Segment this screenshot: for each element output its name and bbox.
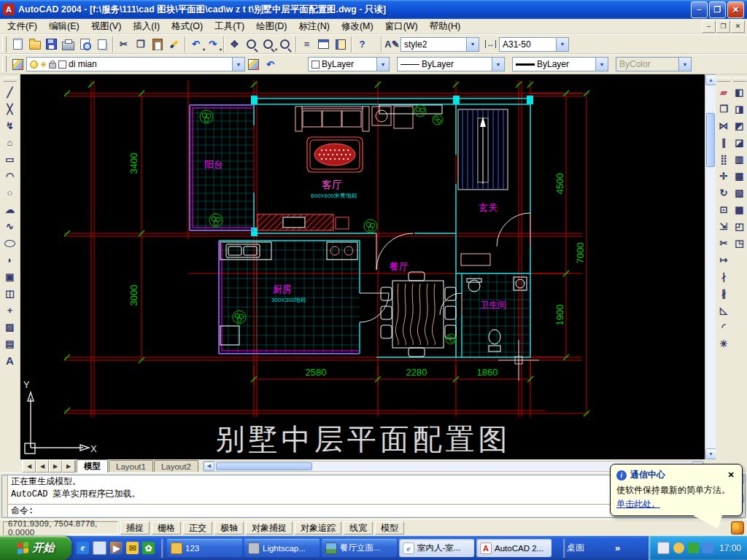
point-icon[interactable]: + <box>1 302 18 319</box>
hatch-icon[interactable]: ▨ <box>1 319 18 335</box>
taskbar-task-canting-limian[interactable]: 餐厅立面... <box>322 539 397 557</box>
tab-model[interactable]: 模型 <box>77 459 108 472</box>
menu-item-modify[interactable]: 修改(M) <box>336 19 379 34</box>
scroll-down-icon[interactable]: ▼ <box>705 448 716 459</box>
copy-object-icon[interactable]: ❐ <box>716 101 732 117</box>
taskbar-task-lightscape[interactable]: Lightscap... <box>244 539 320 557</box>
otrack-toggle[interactable]: 对象追踪 <box>295 521 341 534</box>
input-method-icon[interactable] <box>657 542 670 554</box>
fillet-icon[interactable]: ◜ <box>716 319 732 335</box>
redo-icon[interactable]: ↷▾ <box>204 36 221 52</box>
toolbar-grip[interactable] <box>4 77 17 82</box>
break-at-point-icon[interactable]: ∤ <box>716 268 732 285</box>
mdi-restore-button[interactable]: ❐ <box>716 20 730 33</box>
antivirus-icon[interactable] <box>688 542 699 553</box>
open-icon[interactable] <box>26 36 43 52</box>
layer-unlock-icon[interactable] <box>49 63 56 69</box>
tab-layout1[interactable]: Layout1 <box>109 460 153 472</box>
tab-next-button[interactable]: ▶ <box>49 460 62 472</box>
layer-previous-icon[interactable]: ↶ <box>262 56 279 73</box>
drawing-canvas[interactable]: 阳台 客厅 玄关 厨房 餐厅 卫生间 600X600米黄地砖 300X300地砖… <box>20 74 705 459</box>
pan-icon[interactable]: ✥ <box>226 36 243 52</box>
properties-icon[interactable]: ≡ <box>298 36 315 52</box>
lineweight-combo[interactable]: ByLayer ▼ <box>512 57 608 71</box>
menu-item-insert[interactable]: 插入(I) <box>127 19 166 34</box>
menu-item-window[interactable]: 窗口(W) <box>379 19 424 34</box>
menu-item-help[interactable]: 帮助(H) <box>424 19 466 34</box>
horizontal-scroll-thumb[interactable] <box>216 462 312 470</box>
lineweight-toggle[interactable]: 线宽 <box>344 521 373 534</box>
match-properties-icon[interactable] <box>166 36 182 52</box>
make-object-layer-current-icon[interactable] <box>245 56 262 73</box>
rotate-icon[interactable]: ↻ <box>716 184 732 201</box>
circle-icon[interactable]: ○ <box>1 184 18 201</box>
tab-first-button[interactable]: ◀ <box>22 460 36 472</box>
draworder-under-icon[interactable]: ◪ <box>731 134 747 151</box>
draworder-back-icon[interactable]: ◨ <box>731 101 747 117</box>
volume-icon[interactable] <box>673 542 684 553</box>
minimize-button[interactable]: – <box>691 1 708 18</box>
mirror-icon[interactable]: ⋈ <box>716 117 732 134</box>
color-combo[interactable]: ByLayer ▼ <box>308 57 390 71</box>
make-block-icon[interactable]: ◫ <box>1 285 18 302</box>
outlook-icon[interactable]: ✉ <box>126 542 139 554</box>
menu-item-dimension[interactable]: 标注(N) <box>293 19 336 34</box>
erase-icon[interactable]: ▰ <box>716 84 732 101</box>
tool-palettes-icon[interactable] <box>332 36 349 52</box>
qnew-icon[interactable] <box>9 36 26 52</box>
toolbar-grip[interactable] <box>717 77 730 82</box>
layer-thaw-icon[interactable]: ☀ <box>40 61 47 69</box>
balloon-link[interactable]: 单击此处。 <box>616 498 660 510</box>
tab-last-button[interactable]: ▶ <box>62 460 76 472</box>
communication-center-icon[interactable] <box>731 521 744 534</box>
plot-preview-icon[interactable] <box>77 36 93 52</box>
text-style-icon[interactable]: A✎ <box>384 36 400 52</box>
break-icon[interactable]: ∦ <box>716 285 732 302</box>
line-icon[interactable]: ╱ <box>1 84 18 101</box>
layer-properties-manager-icon[interactable] <box>9 56 26 73</box>
polar-toggle[interactable]: 极轴 <box>214 521 244 534</box>
zoom-realtime-icon[interactable] <box>243 36 260 52</box>
id-point-icon[interactable]: ▩ <box>731 201 747 218</box>
grid-toggle[interactable]: 栅格 <box>152 521 181 534</box>
chevron-down-icon[interactable]: ▼ <box>376 58 389 71</box>
zoom-window-icon[interactable]: ▾ <box>260 36 276 52</box>
menu-item-draw[interactable]: 绘图(D) <box>250 19 293 34</box>
chevron-more-icon[interactable]: » <box>615 542 620 553</box>
move-icon[interactable]: ✢ <box>716 168 732 184</box>
chevron-down-icon[interactable]: ▼ <box>232 58 244 71</box>
vertical-scroll-thumb[interactable] <box>706 113 715 167</box>
polygon-icon[interactable]: ⌂ <box>1 134 18 151</box>
zoom-previous-icon[interactable] <box>276 36 293 52</box>
text-style-combo[interactable]: style2 ▼ <box>400 37 479 52</box>
stretch-icon[interactable]: ⇲ <box>716 218 732 235</box>
arc-icon[interactable]: ◠ <box>1 168 18 184</box>
menu-item-tools[interactable]: 工具(T) <box>209 19 250 34</box>
menu-item-format[interactable]: 格式(O) <box>166 19 209 34</box>
chevron-down-icon[interactable]: ▼ <box>556 38 568 51</box>
draworder-above-icon[interactable]: ◩ <box>731 117 747 134</box>
polyline-icon[interactable]: ↯ <box>1 117 18 134</box>
help-icon[interactable]: ? <box>354 36 371 52</box>
menu-item-edit[interactable]: 编辑(E) <box>43 19 85 34</box>
snap-toggle[interactable]: 捕捉 <box>120 521 150 534</box>
layer-combo[interactable]: ☀ di mian ▼ <box>26 57 245 71</box>
undo-icon[interactable]: ↶▾ <box>187 36 204 52</box>
extend-icon[interactable]: ↦ <box>716 252 732 268</box>
taskbar-task-autocad[interactable]: A AutoCAD 2... <box>476 539 551 557</box>
model-toggle[interactable]: 模型 <box>375 521 404 534</box>
menu-item-view[interactable]: 视图(V) <box>85 19 128 34</box>
designcenter-icon[interactable] <box>315 36 332 52</box>
region-icon[interactable]: ▤ <box>1 335 18 352</box>
osnap-toggle[interactable]: 对象捕捉 <box>246 521 293 534</box>
quick-select-icon[interactable]: ◰ <box>731 218 747 235</box>
insert-block-icon[interactable]: ▣ <box>1 268 18 285</box>
ellipse-icon[interactable] <box>1 235 18 252</box>
tab-layout2[interactable]: Layout2 <box>154 460 198 472</box>
multiline-text-icon[interactable]: A <box>1 352 18 369</box>
media-player-icon[interactable]: ▶ <box>110 542 123 554</box>
network-icon[interactable] <box>703 542 713 553</box>
draworder-front-icon[interactable]: ◧ <box>731 84 747 101</box>
chevron-down-icon[interactable]: ▼ <box>466 38 479 51</box>
save-icon[interactable] <box>43 36 60 52</box>
